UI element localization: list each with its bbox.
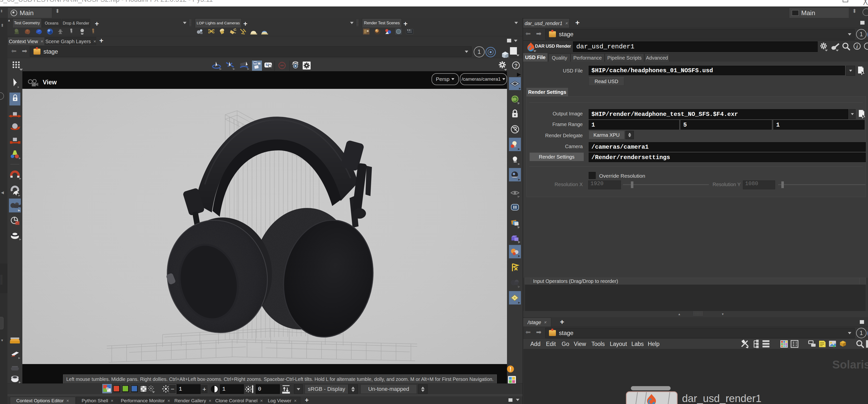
svg-text:!: !: [509, 366, 512, 372]
svg-text:i: i: [856, 44, 858, 49]
svg-text:?: ?: [514, 63, 518, 69]
